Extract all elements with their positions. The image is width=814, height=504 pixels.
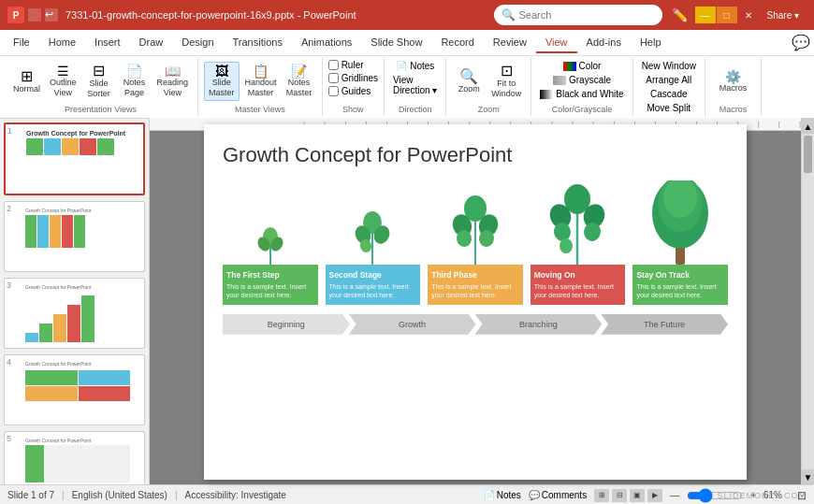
sorter-icon: ⊟ (93, 64, 105, 79)
cascade-button[interactable]: Cascade (647, 88, 690, 100)
new-window-button[interactable]: New Window (639, 60, 699, 72)
slideshow-status-button[interactable]: ▶ (647, 489, 662, 502)
slide-thumb-2[interactable]: 2 Growth Concept for PowerPoint (4, 201, 145, 272)
scroll-up-button[interactable]: ▲ (802, 119, 814, 134)
notes-page-button[interactable]: 📄 NotesPage (118, 63, 152, 100)
plant-svg-1 (247, 180, 294, 265)
tab-home[interactable]: Home (39, 33, 85, 53)
tab-addins[interactable]: Add-ins (577, 33, 631, 53)
search-bar[interactable]: 🔍 (494, 5, 662, 25)
search-input[interactable] (519, 9, 655, 21)
slide-canvas: Growth Concept for PowerPoint The F (204, 124, 747, 480)
close-button[interactable]: ✕ (738, 7, 759, 23)
tab-transitions[interactable]: Transitions (224, 33, 292, 53)
slide-panel: 1 Growth Concept for PowerPoint 2 G (0, 119, 150, 484)
accessibility-info[interactable]: Accessibility: Investigate (185, 490, 286, 500)
zoom-out-icon[interactable]: — (670, 490, 679, 500)
stage-moving: Moving On This is a sample text. Insert … (531, 180, 626, 305)
zoom-button[interactable]: 🔍 Zoom (452, 67, 486, 96)
slide-thumb-5[interactable]: 5 Growth Concept for PowerPoint (4, 431, 145, 484)
tab-review[interactable]: Review (484, 33, 536, 53)
plant-first (247, 180, 294, 265)
notes-direction-button[interactable]: 📄 Notes (393, 60, 437, 72)
tab-slideshow[interactable]: Slide Show (361, 33, 431, 53)
minimize-button[interactable]: — (695, 7, 716, 23)
comments-button[interactable]: 💬 Comments (529, 490, 587, 500)
reading-status-button[interactable]: ▣ (630, 489, 645, 502)
slide-num-3: 3 (7, 281, 20, 290)
canvas-area: ||||||||||||||||||||||||||||||||||||||||… (150, 119, 801, 484)
color-buttons: Color Grayscale Black and White (537, 60, 626, 103)
color-group: Color Grayscale Black and White Color/Gr… (531, 58, 632, 116)
slide-sorter-button[interactable]: ⊟ SlideSorter (82, 62, 116, 101)
arrow-future: The Future (601, 314, 728, 335)
plant-second (347, 180, 399, 265)
slide-master-button[interactable]: 🖼 SlideMaster (204, 62, 240, 101)
arrow-label-future: The Future (644, 320, 685, 329)
master-views-group: 🖼 SlideMaster 📋 HandoutMaster 📝 NotesMas… (198, 58, 323, 116)
share-button[interactable]: Share ▾ (760, 7, 807, 23)
tab-design[interactable]: Design (172, 33, 223, 53)
stage-first-desc: This is a sample text. Insert your desir… (226, 282, 314, 299)
slide-preview-5: Growth Concept for PowerPoint (22, 434, 134, 484)
tab-view[interactable]: View (536, 33, 577, 53)
tab-file[interactable]: File (4, 33, 39, 53)
fit-icon: ⊡ (501, 64, 513, 79)
tab-animations[interactable]: Animations (292, 33, 361, 53)
presentation-views-label: Presentation Views (65, 105, 137, 114)
ribbon-options: 💬 (792, 34, 810, 51)
zoom-label-group: Zoom (478, 105, 500, 114)
view-buttons: ⊞ ⊟ ▣ ▶ (594, 489, 662, 502)
master-views-label: Master Views (235, 105, 285, 114)
sorter-label: SlideSorter (87, 79, 110, 99)
slide-master-icon: 🖼 (215, 65, 228, 78)
undo-icon[interactable]: ↩ (45, 8, 58, 22)
move-split-button[interactable]: Move Split (644, 102, 693, 114)
stage-box-moving: Moving On This is a sample text. Insert … (531, 265, 626, 305)
comment-icon[interactable]: 💬 (792, 34, 810, 51)
handout-label: HandoutMaster (245, 78, 277, 98)
fit-to-window-button[interactable]: ⊡ Fit toWindow (487, 62, 525, 101)
stage-box-third: Third Phase This is a sample text. Inser… (428, 265, 523, 305)
tab-record[interactable]: Record (431, 33, 483, 53)
reading-view-button[interactable]: 📖 ReadingView (153, 63, 193, 100)
slide-preview-4: Growth Concept for PowerPoint (22, 357, 134, 423)
grid-status-button[interactable]: ⊟ (612, 489, 627, 502)
slide-num-4: 4 (7, 357, 20, 367)
color-button[interactable]: Color (560, 60, 604, 72)
macros-button[interactable]: ⚙️ Macros (716, 68, 751, 95)
notes-status-icon: 📄 (484, 490, 495, 500)
grayscale-button[interactable]: Grayscale (550, 74, 614, 86)
tab-draw[interactable]: Draw (130, 33, 173, 53)
ribbon-tabs: File Home Insert Draw Design Transitions… (0, 30, 814, 56)
scroll-down-button[interactable]: ▼ (802, 469, 814, 484)
notes-page-icon: 📄 (126, 65, 142, 78)
normal-view-button[interactable]: ⊞ Normal (9, 67, 44, 96)
notes-button[interactable]: 📄 Notes (484, 490, 521, 500)
slide-thumb-1[interactable]: 1 Growth Concept for PowerPoint (4, 122, 145, 195)
tab-help[interactable]: Help (631, 33, 671, 53)
arrow-row: Beginning Growth Branching The Future (223, 314, 728, 335)
save-icon[interactable] (28, 8, 41, 22)
scroll-thumb[interactable] (804, 136, 812, 173)
slide-thumb-3[interactable]: 3 Growth Concept for PowerPoint (4, 278, 145, 349)
handout-master-button[interactable]: 📋 HandoutMaster (241, 63, 281, 100)
maximize-button[interactable]: □ (717, 7, 737, 23)
arrow-branching: Branching (475, 314, 603, 335)
edit-icon: ✏️ (672, 7, 688, 22)
bw-button[interactable]: Black and White (537, 88, 626, 100)
outline-view-button[interactable]: ☰ OutlineView (46, 63, 80, 100)
view-direction-button[interactable]: ViewDirection ▾ (390, 74, 440, 96)
grayscale-label: Grayscale (569, 75, 611, 85)
slide-thumb-4[interactable]: 4 Growth Concept for PowerPoint (4, 354, 145, 425)
show-label: Show (342, 105, 364, 114)
notes-master-button[interactable]: 📝 NotesMaster (283, 63, 316, 100)
show-buttons: Ruler Gridlines Guides (328, 60, 378, 103)
tab-insert[interactable]: Insert (85, 33, 130, 53)
guides-checkbox[interactable]: Guides (328, 86, 371, 96)
normal-status-button[interactable]: ⊞ (594, 489, 609, 502)
ruler-checkbox[interactable]: Ruler (328, 60, 364, 70)
arrange-all-button[interactable]: Arrange All (643, 74, 694, 86)
gridlines-checkbox[interactable]: Gridlines (328, 73, 378, 83)
scrollbar-vertical[interactable]: ▲ ▼ (801, 119, 814, 484)
